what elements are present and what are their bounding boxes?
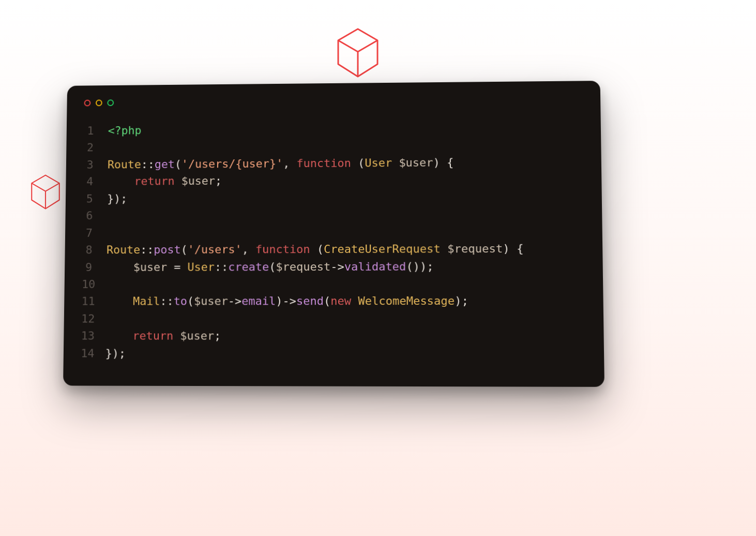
line-number: 12 [81, 310, 106, 327]
line-number: 2 [83, 139, 108, 156]
line-number: 8 [82, 242, 107, 259]
line-number: 9 [82, 259, 107, 276]
cube-icon [335, 27, 381, 79]
cube-icon [29, 173, 62, 211]
zoom-dot-icon [107, 99, 114, 106]
line-number: 10 [82, 276, 107, 293]
line-number: 5 [83, 190, 107, 207]
minimize-dot-icon [96, 99, 102, 106]
line-number: 14 [81, 345, 105, 362]
code-block[interactable]: 1 <?php 2 3 Route::get('/users/{user}', … [81, 118, 586, 363]
code-editor-window: 1 <?php 2 3 Route::get('/users/{user}', … [63, 81, 604, 387]
window-traffic-lights [84, 95, 583, 106]
line-number: 3 [83, 156, 108, 173]
line-number: 1 [84, 122, 108, 139]
line-number: 6 [83, 207, 107, 224]
line-number: 11 [81, 293, 106, 310]
code-token: <?php [108, 124, 142, 137]
line-number: 4 [83, 173, 107, 190]
close-dot-icon [84, 100, 91, 107]
line-number: 13 [81, 327, 106, 345]
line-number: 7 [82, 224, 107, 241]
